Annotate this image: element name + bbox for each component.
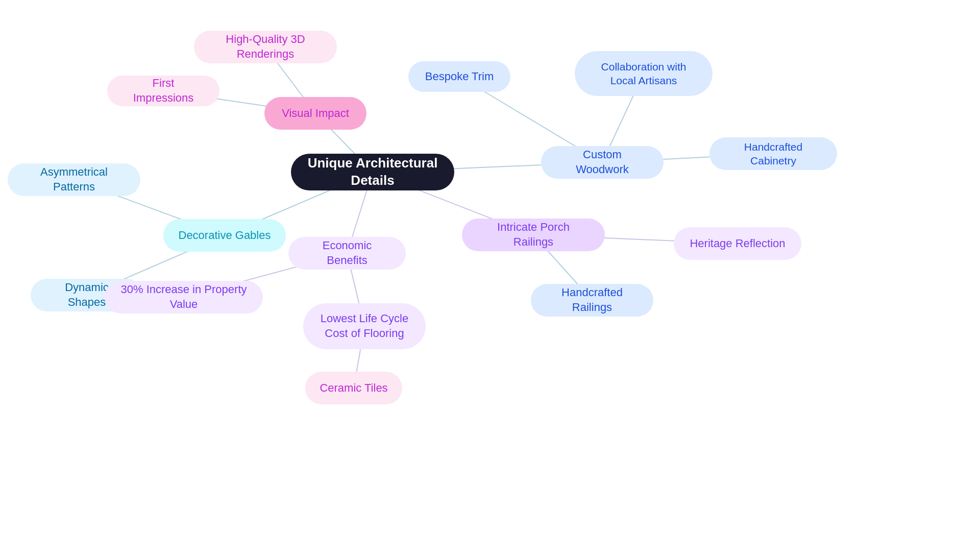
node-handcrafted-cabinetry[interactable]: Handcrafted Cabinetry xyxy=(709,137,837,170)
node-bespoke-trim[interactable]: Bespoke Trim xyxy=(408,61,510,92)
node-visual-impact[interactable]: Visual Impact xyxy=(264,97,366,130)
node-economic-benefits[interactable]: Economic Benefits xyxy=(288,237,406,270)
node-heritage[interactable]: Heritage Reflection xyxy=(674,227,801,260)
node-property-value[interactable]: 30% Increase in Property Value xyxy=(105,281,263,314)
center-node: Unique Architectural Details xyxy=(291,154,454,190)
node-handcrafted-railings[interactable]: Handcrafted Railings xyxy=(531,284,653,317)
node-collaboration[interactable]: Collaboration with Local Artisans xyxy=(575,51,713,96)
node-asymmetrical[interactable]: Asymmetrical Patterns xyxy=(8,163,140,196)
node-intricate-porch[interactable]: Intricate Porch Railings xyxy=(462,219,605,251)
node-high-quality[interactable]: High-Quality 3D Renderings xyxy=(194,31,337,63)
node-custom-woodwork[interactable]: Custom Woodwork xyxy=(541,146,664,179)
node-lowest-life[interactable]: Lowest Life Cycle Cost of Flooring xyxy=(303,303,426,349)
node-first-impressions[interactable]: First Impressions xyxy=(107,76,219,106)
node-ceramic-tiles[interactable]: Ceramic Tiles xyxy=(305,372,402,404)
node-decorative-gables[interactable]: Decorative Gables xyxy=(163,219,286,252)
